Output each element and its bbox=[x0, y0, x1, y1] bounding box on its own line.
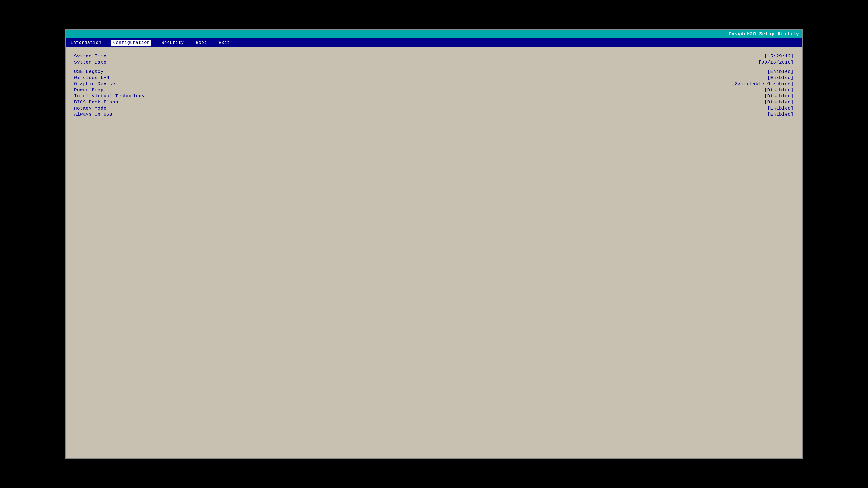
setting-value-1: [09/18/2016] bbox=[714, 60, 794, 65]
menu-item-configuration[interactable]: Configuration bbox=[112, 40, 151, 46]
setting-label-0: System Time bbox=[74, 54, 167, 59]
setting-label-4: Graphic Device bbox=[74, 82, 167, 86]
setting-row-4[interactable]: Graphic Device[Switchable Graphics] bbox=[74, 82, 794, 86]
menu-bar: InformationConfigurationSecurityBootExit bbox=[66, 38, 802, 47]
setting-value-3: [Enabled] bbox=[714, 75, 794, 80]
setting-value-0: [15:29:12] bbox=[714, 54, 794, 59]
setting-row-9[interactable]: Always On USB[Enabled] bbox=[74, 112, 794, 117]
setting-row-8[interactable]: HotKey Mode[Enabled] bbox=[74, 106, 794, 111]
setting-row-1[interactable]: System Date[09/18/2016] bbox=[74, 60, 794, 65]
setting-label-1: System Date bbox=[74, 60, 167, 65]
title-bar: InsydeH2O Setup Utility bbox=[66, 30, 802, 38]
setting-row-7[interactable]: BIOS Back Flash[Disabled] bbox=[74, 100, 794, 105]
setting-value-7: [Disabled] bbox=[714, 100, 794, 105]
setting-label-2: USB Legacy bbox=[74, 69, 167, 74]
setting-label-6: Intel Virtual Technology bbox=[74, 94, 167, 99]
setting-label-7: BIOS Back Flash bbox=[74, 100, 167, 105]
setting-value-2: [Enabled] bbox=[714, 69, 794, 74]
setting-row-0[interactable]: System Time[15:29:12] bbox=[74, 54, 794, 59]
setting-row-3[interactable]: Wireless LAN[Enabled] bbox=[74, 75, 794, 80]
menu-item-boot[interactable]: Boot bbox=[194, 40, 209, 46]
setting-label-3: Wireless LAN bbox=[74, 75, 167, 80]
setting-value-8: [Enabled] bbox=[714, 106, 794, 111]
setting-row-2[interactable]: USB Legacy[Enabled] bbox=[74, 69, 794, 74]
setting-value-9: [Enabled] bbox=[714, 112, 794, 117]
app-title: InsydeH2O Setup Utility bbox=[728, 31, 799, 37]
content-area: System Time[15:29:12]System Date[09/18/2… bbox=[66, 47, 802, 124]
menu-item-security[interactable]: Security bbox=[160, 40, 186, 46]
menu-item-information[interactable]: Information bbox=[69, 40, 103, 46]
setting-row-6[interactable]: Intel Virtual Technology[Disabled] bbox=[74, 94, 794, 99]
setting-value-5: [Disabled] bbox=[714, 88, 794, 93]
setting-value-6: [Disabled] bbox=[714, 94, 794, 99]
setting-label-8: HotKey Mode bbox=[74, 106, 167, 111]
setting-label-5: Power Beep bbox=[74, 88, 167, 93]
setting-row-5[interactable]: Power Beep[Disabled] bbox=[74, 88, 794, 93]
menu-item-exit[interactable]: Exit bbox=[217, 40, 231, 46]
setting-value-4: [Switchable Graphics] bbox=[714, 82, 794, 86]
bios-screen: InsydeH2O Setup Utility InformationConfi… bbox=[65, 29, 803, 459]
setting-label-9: Always On USB bbox=[74, 112, 167, 117]
